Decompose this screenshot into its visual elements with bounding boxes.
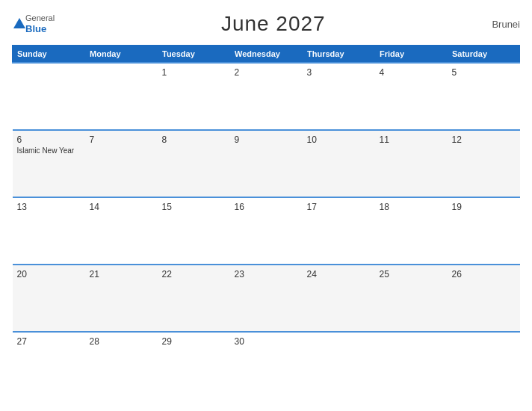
logo-icon	[12, 19, 25, 28]
day-number: 28	[90, 336, 153, 347]
calendar-cell: 25	[375, 265, 448, 332]
calendar-cell: 16	[230, 197, 303, 265]
day-number: 8	[162, 135, 226, 145]
logo-general-text: General	[25, 13, 55, 23]
day-header-tuesday: Tuesday	[158, 46, 230, 64]
day-number: 27	[17, 336, 81, 347]
day-number: 11	[380, 135, 443, 145]
day-number: 19	[452, 202, 516, 212]
day-number: 25	[380, 269, 443, 279]
logo-triangle-icon	[13, 18, 25, 28]
country-label: Brunei	[492, 19, 520, 30]
day-header-friday: Friday	[375, 46, 448, 64]
week-row: 12345	[13, 63, 520, 130]
calendar-cell: 24	[303, 265, 375, 332]
day-number: 9	[235, 135, 298, 145]
day-number: 26	[452, 269, 516, 279]
calendar-cell: 17	[303, 197, 375, 265]
day-number: 6	[17, 135, 81, 145]
calendar-cell: 28	[85, 332, 158, 399]
day-number: 24	[307, 269, 371, 279]
day-header-monday: Monday	[85, 46, 158, 64]
day-number: 12	[452, 135, 516, 145]
calendar-cell: 21	[85, 265, 158, 332]
calendar-body: 123456Islamic New Year789101112131415161…	[13, 63, 520, 399]
day-header-saturday: Saturday	[448, 46, 520, 64]
calendar-cell: 6Islamic New Year	[13, 130, 85, 197]
calendar-cell: 14	[85, 197, 158, 265]
day-number: 13	[17, 202, 81, 212]
calendar-cell	[85, 63, 158, 130]
calendar-cell	[375, 332, 448, 399]
calendar-cell	[303, 332, 375, 399]
calendar-cell: 10	[303, 130, 375, 197]
calendar-cell: 27	[13, 332, 85, 399]
month-title: June 2027	[221, 12, 326, 36]
event-label: Islamic New Year	[17, 146, 81, 155]
calendar-cell: 9	[230, 130, 303, 197]
week-row: 6Islamic New Year789101112	[13, 130, 520, 197]
day-number: 15	[162, 202, 226, 212]
week-row: 27282930	[13, 332, 520, 399]
calendar-cell: 19	[448, 197, 520, 265]
day-header-wednesday: Wednesday	[230, 46, 303, 64]
calendar-cell: 5	[448, 63, 520, 130]
calendar-cell: 8	[158, 130, 230, 197]
calendar-cell: 12	[448, 130, 520, 197]
day-number: 29	[162, 336, 226, 347]
day-number: 1	[162, 67, 226, 78]
calendar-cell: 29	[158, 332, 230, 399]
day-header-thursday: Thursday	[303, 46, 375, 64]
day-number: 20	[17, 269, 81, 279]
calendar-cell	[13, 63, 85, 130]
day-number: 21	[90, 269, 153, 279]
calendar-cell: 7	[85, 130, 158, 197]
calendar-cell: 23	[230, 265, 303, 332]
week-row: 13141516171819	[13, 197, 520, 265]
day-number: 23	[235, 269, 298, 279]
days-of-week-row: SundayMondayTuesdayWednesdayThursdayFrid…	[13, 46, 520, 64]
calendar-cell: 20	[13, 265, 85, 332]
calendar-cell: 3	[303, 63, 375, 130]
calendar-cell: 26	[448, 265, 520, 332]
day-number: 18	[380, 202, 443, 212]
day-number: 10	[307, 135, 371, 145]
day-number: 14	[90, 202, 153, 212]
day-number: 16	[235, 202, 298, 212]
logo-blue-text: Blue	[25, 23, 55, 35]
calendar-cell: 22	[158, 265, 230, 332]
calendar-cell	[448, 332, 520, 399]
calendar-cell: 18	[375, 197, 448, 265]
calendar-table: SundayMondayTuesdayWednesdayThursdayFrid…	[12, 45, 520, 399]
calendar-cell: 2	[230, 63, 303, 130]
calendar-header-row: SundayMondayTuesdayWednesdayThursdayFrid…	[13, 46, 520, 64]
calendar-cell: 4	[375, 63, 448, 130]
week-row: 20212223242526	[13, 265, 520, 332]
calendar-cell: 11	[375, 130, 448, 197]
calendar-cell: 1	[158, 63, 230, 130]
day-number: 22	[162, 269, 226, 279]
day-header-sunday: Sunday	[13, 46, 85, 64]
calendar-cell: 13	[13, 197, 85, 265]
calendar-header: General Blue June 2027 Brunei	[12, 12, 520, 36]
calendar-cell: 15	[158, 197, 230, 265]
day-number: 4	[380, 67, 443, 78]
day-number: 17	[307, 202, 371, 212]
logo: General Blue	[12, 13, 55, 35]
day-number: 5	[452, 67, 516, 78]
day-number: 2	[235, 67, 298, 78]
calendar-cell: 30	[230, 332, 303, 399]
day-number: 3	[307, 67, 371, 78]
day-number: 7	[90, 135, 153, 145]
day-number: 30	[235, 336, 298, 347]
logo-text: General Blue	[25, 13, 55, 35]
